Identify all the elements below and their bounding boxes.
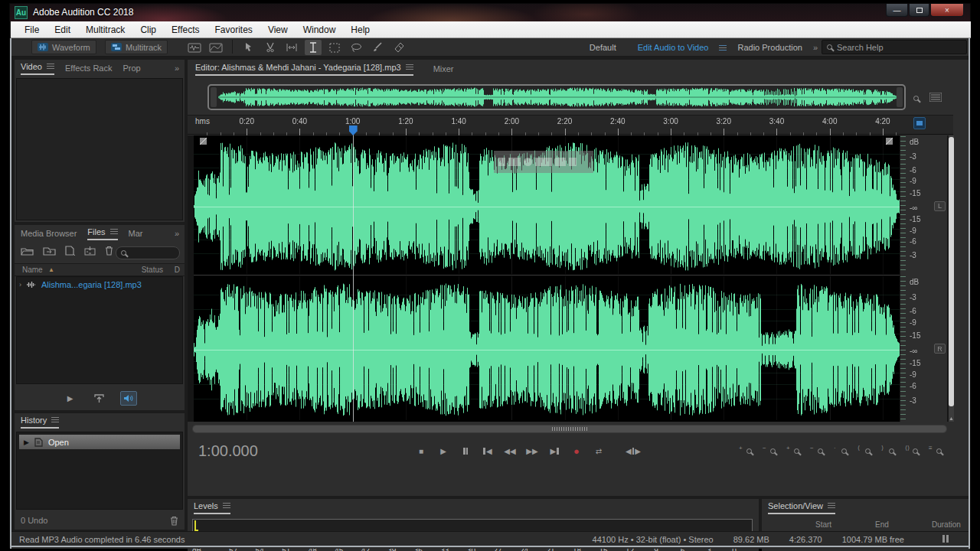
channel-l-button[interactable]: L: [934, 201, 946, 211]
tab-editor[interactable]: Editor: Alishmas & Mehdi Jahani - Yadega…: [195, 63, 413, 76]
time-ruler[interactable]: hms 0:200:401:001:201:402:002:202:403:00…: [188, 115, 953, 135]
zoom-reset-button[interactable]: ·: [837, 444, 851, 458]
status-grabber-icon[interactable]: [942, 535, 949, 543]
move-playhead-button[interactable]: ◀▶: [626, 444, 641, 458]
fast-forward-button[interactable]: ▶▶: [524, 444, 540, 458]
files-search-field[interactable]: [116, 246, 180, 259]
skip-to-end-button[interactable]: ▶: [547, 444, 562, 458]
tab-video[interactable]: Video: [21, 62, 54, 75]
record-button[interactable]: ●: [569, 444, 584, 458]
menu-item-effects[interactable]: Effects: [164, 23, 207, 37]
zoom-selection-button[interactable]: ⟨⟩: [908, 444, 922, 458]
razor-tool-button[interactable]: [262, 40, 279, 55]
history-row-open[interactable]: ▶ Open: [19, 435, 180, 449]
column-d[interactable]: D: [175, 266, 180, 274]
slip-tool-button[interactable]: [283, 40, 300, 55]
search-help-field[interactable]: Search Help: [822, 40, 967, 54]
rewind-button[interactable]: ◀◀: [502, 444, 518, 458]
trim-handle-right[interactable]: [886, 138, 893, 145]
menu-item-help[interactable]: Help: [343, 23, 377, 37]
preview-play-button[interactable]: ▶: [63, 392, 78, 406]
move-tool-button[interactable]: [240, 40, 257, 55]
lasso-selection-tool-button[interactable]: [348, 40, 364, 55]
title-bar[interactable]: Au Adobe Audition CC 2018 — ×: [10, 4, 970, 21]
list-view-icon[interactable]: [929, 93, 942, 102]
open-in-editor-icon[interactable]: [93, 394, 105, 403]
panel-menu-icon[interactable]: [828, 503, 835, 508]
loop-playback-button[interactable]: ⇄: [591, 444, 606, 458]
zoom-navigate-icon[interactable]: [913, 90, 919, 104]
waveform-right-channel[interactable]: [194, 276, 900, 420]
tab-selection-view[interactable]: Selection/View: [768, 501, 835, 514]
workspace-edit-audio-to-video[interactable]: Edit Audio to Video: [627, 43, 720, 52]
panel-menu-icon[interactable]: [47, 64, 54, 69]
zoom-in-point-button[interactable]: ⟨: [861, 444, 874, 458]
tab-markers[interactable]: Mar: [129, 229, 143, 238]
panel-menu-icon[interactable]: [110, 229, 118, 234]
trim-handle-left[interactable]: [200, 138, 207, 145]
zoom-in-time-button[interactable]: +: [789, 444, 803, 458]
panel-menu-icon[interactable]: [223, 503, 230, 508]
auto-play-toggle[interactable]: [120, 391, 137, 406]
waveform-mode-button[interactable]: Waveform: [31, 40, 96, 54]
skip-to-start-button[interactable]: ◀: [480, 444, 495, 458]
menu-item-multitrack[interactable]: Multitrack: [78, 23, 132, 37]
file-row[interactable]: › Alishma...egaria [128].mp3: [19, 278, 180, 292]
files-column-header[interactable]: Name ▲ Status D: [15, 263, 185, 276]
waveform-area[interactable]: dB-3-6-9-15-∞-15-9-6-3LdB-3-6-9-15-∞-15-…: [188, 135, 953, 422]
menu-item-favorites[interactable]: Favorites: [207, 23, 260, 37]
panel-menu-icon[interactable]: [51, 417, 59, 422]
new-file-icon[interactable]: [65, 246, 75, 256]
maximize-button[interactable]: [909, 4, 929, 17]
tab-history[interactable]: History: [21, 416, 59, 429]
spot-healing-brush-tool-button[interactable]: [390, 40, 407, 55]
insert-multitrack-icon[interactable]: [84, 246, 96, 256]
tab-levels[interactable]: Levels: [194, 501, 230, 514]
zoom-in-amplitude-button[interactable]: +: [742, 444, 756, 458]
tab-media-browser[interactable]: Media Browser: [21, 229, 77, 238]
workspace-menu-icon[interactable]: [719, 45, 727, 51]
time-display[interactable]: 1:00.000: [198, 442, 258, 460]
play-button[interactable]: ▶: [436, 444, 451, 458]
ruler-settings-icon[interactable]: [913, 117, 926, 129]
panel-overflow-chevron[interactable]: »: [175, 229, 178, 238]
menu-item-file[interactable]: File: [17, 23, 47, 37]
menu-item-view[interactable]: View: [260, 23, 296, 37]
expander-icon[interactable]: ›: [19, 281, 21, 289]
scroll-arrow-icon[interactable]: ▲: [949, 416, 954, 421]
overview-waveform[interactable]: [218, 86, 898, 108]
horizontal-scrollbar[interactable]: [192, 425, 947, 433]
waveform-display-toggle[interactable]: [186, 40, 203, 55]
panel-overflow-chevron[interactable]: »: [175, 64, 178, 73]
tab-mixer[interactable]: Mixer: [433, 64, 454, 73]
zoom-full-button[interactable]: ≡: [932, 444, 946, 458]
minimize-button[interactable]: —: [886, 4, 908, 17]
tab-effects-rack[interactable]: Effects Rack: [65, 64, 113, 73]
zoom-out-amplitude-button[interactable]: −: [766, 444, 779, 458]
menu-item-edit[interactable]: Edit: [47, 23, 78, 37]
menu-item-clip[interactable]: Clip: [132, 23, 164, 37]
vertical-scrollbar[interactable]: ▲: [949, 135, 954, 422]
workspace-radio-production[interactable]: Radio Production: [727, 43, 812, 52]
horizontal-scroll-thumb[interactable]: [193, 425, 946, 432]
zoom-out-time-button[interactable]: −: [813, 444, 827, 458]
vertical-scroll-thumb[interactable]: [949, 137, 954, 406]
close-button[interactable]: ×: [930, 4, 964, 17]
audio-format[interactable]: 44100 Hz • 32-bit (float) • Stereo: [593, 535, 714, 544]
column-name[interactable]: Name: [22, 266, 43, 274]
workspace-default[interactable]: Default: [579, 43, 627, 52]
open-folder-icon[interactable]: [21, 246, 34, 256]
channel-r-button[interactable]: R: [934, 344, 946, 354]
time-selection-tool-button[interactable]: [305, 40, 322, 55]
tab-properties[interactable]: Prop: [122, 64, 140, 73]
playhead-line[interactable]: [353, 135, 354, 422]
menu-item-window[interactable]: Window: [296, 23, 344, 37]
spectral-display-toggle[interactable]: [207, 40, 224, 55]
zoom-out-point-button[interactable]: ⟩: [884, 444, 898, 458]
tab-files[interactable]: Files: [87, 227, 117, 240]
pause-button[interactable]: [458, 444, 473, 458]
trash-icon[interactable]: [170, 516, 178, 526]
paintbrush-selection-tool-button[interactable]: [369, 40, 386, 55]
overview-strip[interactable]: [207, 84, 906, 110]
column-status[interactable]: Status: [142, 266, 163, 274]
